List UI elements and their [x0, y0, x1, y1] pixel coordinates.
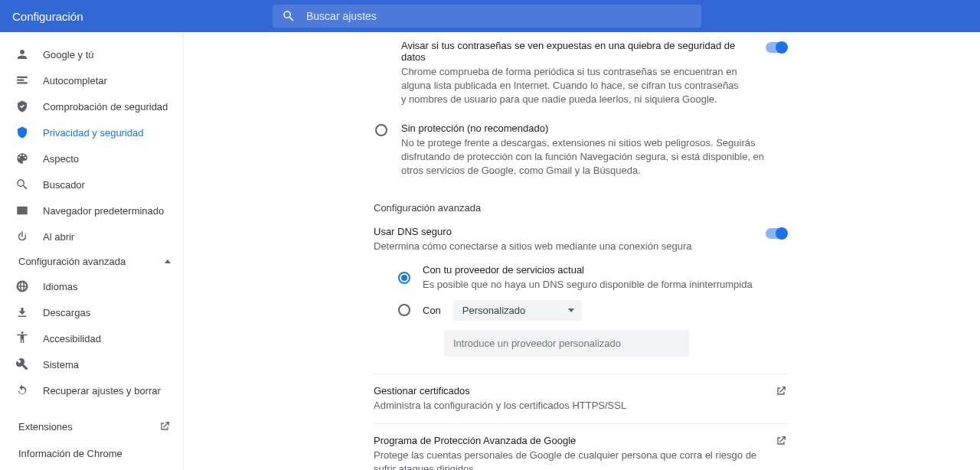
nav-label: Google y tú	[43, 49, 94, 60]
launch-icon	[775, 435, 787, 447]
advanced-section-label: Configuración avanzada	[374, 185, 787, 221]
sidebar: Google y tú Autocompletar Comprobación d…	[0, 32, 184, 470]
option-title: Con tu proveedor de servicios actual	[423, 264, 787, 276]
dns-option-custom: Con Personalizado	[398, 300, 787, 321]
setting-title: Usar DNS seguro	[374, 226, 744, 237]
option-desc: Es posible que no haya un DNS seguro dis…	[423, 278, 787, 292]
nav-label: Sistema	[43, 359, 79, 370]
shield-check-icon	[15, 100, 29, 113]
secure-dns-toggle[interactable]	[766, 228, 787, 239]
search-box[interactable]	[273, 5, 701, 28]
person-icon	[15, 47, 29, 61]
nav-label: Comprobación de seguridad	[43, 101, 168, 113]
advanced-protection-row[interactable]: Programa de Protección Avanzada de Googl…	[374, 423, 787, 470]
sidebar-item-privacy-security[interactable]: Privacidad y seguridad	[3, 119, 183, 145]
search-icon	[282, 9, 296, 23]
sidebar-item-search-engine[interactable]: Buscador	[3, 171, 183, 197]
dns-custom-input[interactable]	[444, 330, 689, 357]
autocomplete-icon	[15, 73, 29, 87]
sidebar-item-autofill[interactable]: Autocompletar	[3, 67, 183, 93]
password-warn-toggle[interactable]	[766, 42, 787, 53]
wrench-icon	[15, 357, 29, 371]
nav-label: Buscador	[43, 179, 85, 191]
advanced-label: Configuración avanzada	[18, 256, 126, 267]
search-icon	[15, 178, 29, 191]
power-icon	[15, 230, 29, 243]
launch-icon	[775, 385, 787, 397]
no-protection-radio[interactable]	[375, 124, 387, 136]
setting-desc: No te protege frente a descargas, extens…	[401, 136, 787, 178]
dns-provider-dropdown[interactable]: Personalizado	[453, 300, 582, 321]
nav-label: Navegador predeterminado	[43, 205, 164, 217]
nav-label: Recuperar ajustes y borrar	[43, 385, 161, 397]
link-title: Programa de Protección Avanzada de Googl…	[374, 435, 763, 446]
chevron-down-icon	[568, 308, 574, 312]
dns-custom-radio[interactable]	[398, 304, 410, 316]
nav-label: Aspecto	[43, 153, 79, 165]
sidebar-item-accessibility[interactable]: Accesibilidad	[3, 325, 183, 351]
chevron-up-icon	[165, 259, 171, 263]
globe-icon	[15, 279, 29, 293]
nav-label: Accesibilidad	[43, 333, 101, 344]
sidebar-about-chrome[interactable]: Información de Chrome	[3, 440, 183, 467]
search-input[interactable]	[306, 10, 692, 22]
sidebar-item-downloads[interactable]: Descargas	[3, 299, 183, 325]
setting-desc: Chrome comprueba de forma periódica si t…	[401, 65, 744, 107]
dns-current-radio[interactable]	[398, 272, 410, 284]
header-title: Configuración	[12, 10, 273, 23]
sidebar-item-google-you[interactable]: Google y tú	[3, 41, 183, 67]
launch-icon	[158, 420, 171, 432]
extensions-label: Extensiones	[18, 421, 73, 432]
sidebar-item-languages[interactable]: Idiomas	[3, 273, 183, 299]
download-icon	[15, 305, 29, 319]
app-header: Configuración	[0, 0, 980, 32]
setting-secure-dns: Usar DNS seguro Determina cómo conectars…	[374, 221, 787, 261]
link-title: Gestionar certificados	[374, 385, 763, 397]
setting-password-warn: Avisar si tus contraseñas se ven expuest…	[374, 32, 787, 115]
setting-desc: Determina cómo conectarse a sitios web m…	[374, 240, 744, 253]
setting-title: Sin protección (no recomendado)	[401, 122, 787, 134]
manage-certificates-row[interactable]: Gestionar certificados Administra la con…	[374, 374, 787, 423]
link-desc: Protege las cuentas personales de Google…	[374, 449, 763, 470]
setting-title: Avisar si tus contraseñas se ven expuest…	[401, 40, 744, 63]
nav-label: Descargas	[43, 307, 90, 318]
sidebar-item-security-check[interactable]: Comprobación de seguridad	[3, 93, 183, 119]
dns-option-current-provider: Con tu proveedor de servicios actual Es …	[398, 264, 787, 292]
dropdown-label: Personalizado	[462, 305, 525, 316]
sidebar-item-appearance[interactable]: Aspecto	[3, 145, 183, 171]
nav-label: Privacidad y seguridad	[43, 127, 144, 139]
nav-label: Al abrir	[43, 231, 74, 243]
browser-icon	[15, 204, 29, 217]
nav-label: Idiomas	[43, 281, 78, 292]
sidebar-advanced-toggle[interactable]: Configuración avanzada	[3, 250, 183, 273]
about-label: Información de Chrome	[18, 448, 122, 459]
link-desc: Administra la configuración y los certif…	[374, 399, 763, 413]
sidebar-extensions-link[interactable]: Extensiones	[3, 413, 183, 440]
custom-with-label: Con	[423, 305, 441, 316]
nav-label: Autocompletar	[43, 75, 107, 86]
accessibility-icon	[15, 331, 29, 345]
palette-icon	[15, 152, 29, 165]
sidebar-item-system[interactable]: Sistema	[3, 351, 183, 377]
shield-icon	[15, 126, 29, 139]
reset-icon	[15, 384, 29, 397]
sidebar-item-on-startup[interactable]: Al abrir	[3, 224, 183, 250]
dns-options-block: Con tu proveedor de servicios actual Es …	[374, 264, 787, 356]
sidebar-item-default-browser[interactable]: Navegador predeterminado	[3, 197, 183, 224]
main-content: Avisar si tus contraseñas se ven expuest…	[366, 32, 795, 470]
sidebar-item-reset[interactable]: Recuperar ajustes y borrar	[3, 377, 183, 403]
setting-no-protection: Sin protección (no recomendado) No te pr…	[374, 115, 787, 186]
